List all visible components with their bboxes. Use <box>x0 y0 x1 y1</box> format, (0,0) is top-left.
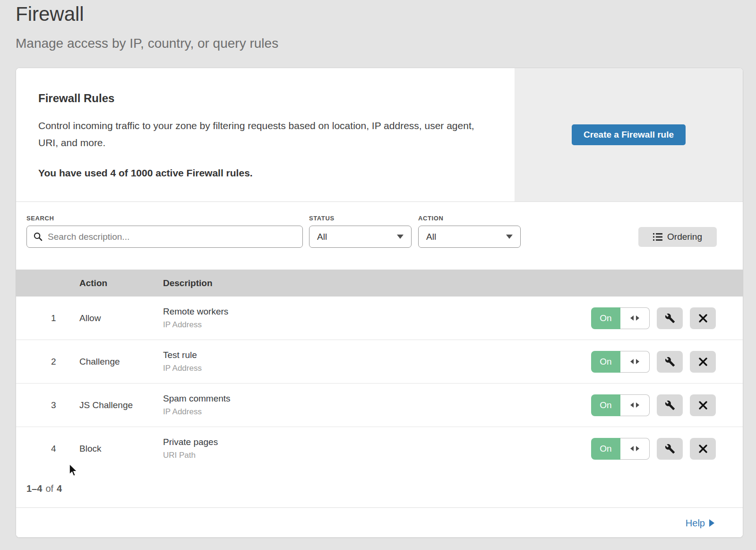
rule-priority: 1 <box>16 313 79 323</box>
help-bar: Help <box>16 508 743 538</box>
toggle-handle[interactable] <box>620 307 650 329</box>
rule-field-type: IP Address <box>163 364 591 373</box>
edit-rule-button[interactable] <box>657 351 683 373</box>
close-icon <box>698 444 708 454</box>
toggle-handle[interactable] <box>620 438 650 460</box>
rule-priority: 4 <box>16 444 79 454</box>
toggle-on-label: On <box>591 351 620 373</box>
search-input[interactable] <box>26 226 303 248</box>
rule-description-title: Spam comments <box>163 393 591 404</box>
drag-arrows-icon <box>630 445 640 452</box>
wrench-icon <box>665 313 675 323</box>
rule-description: Test rule IP Address <box>163 350 591 373</box>
rule-controls: On <box>591 394 716 416</box>
chevron-down-icon <box>397 235 404 239</box>
rule-enabled-toggle[interactable]: On <box>591 351 650 373</box>
intro-section: Firewall Rules Control incoming traffic … <box>16 68 743 202</box>
page-title: Firewall <box>16 3 278 26</box>
rule-priority: 3 <box>16 400 79 410</box>
toggle-on-label: On <box>591 307 620 329</box>
drag-arrows-icon <box>630 402 640 408</box>
create-firewall-rule-button[interactable]: Create a Firewall rule <box>572 124 686 145</box>
rule-field-type: IP Address <box>163 320 591 330</box>
ordering-button[interactable]: Ordering <box>638 227 717 247</box>
action-dropdown-value: All <box>426 232 436 242</box>
pagination-bar: 1–4 of 4 <box>16 470 743 508</box>
close-icon <box>698 357 708 367</box>
edit-rule-button[interactable] <box>657 394 683 416</box>
help-link-label: Help <box>686 518 705 529</box>
create-rule-panel: Create a Firewall rule <box>515 68 743 201</box>
drag-arrows-icon <box>630 315 640 321</box>
rule-controls: On <box>591 438 716 460</box>
toggle-on-label: On <box>591 394 620 416</box>
rule-enabled-toggle[interactable]: On <box>591 394 650 416</box>
rule-priority: 2 <box>16 357 79 367</box>
drag-arrows-icon <box>630 358 640 365</box>
rule-description: Remote workers IP Address <box>163 306 591 330</box>
page-subtitle: Manage access by IP, country, or query r… <box>16 36 278 51</box>
help-link[interactable]: Help <box>686 518 714 529</box>
rule-action: Challenge <box>79 357 163 367</box>
wrench-icon <box>665 444 675 454</box>
delete-rule-button[interactable] <box>690 394 716 416</box>
ordering-button-label: Ordering <box>667 232 702 242</box>
delete-rule-button[interactable] <box>690 438 716 460</box>
rule-action: Block <box>79 444 163 454</box>
rules-list: 1 Allow Remote workers IP Address On <box>16 297 743 471</box>
rule-enabled-toggle[interactable]: On <box>591 307 650 329</box>
rule-controls: On <box>591 351 716 373</box>
rule-description-title: Test rule <box>163 350 591 360</box>
action-label: ACTION <box>418 215 443 222</box>
close-icon <box>698 401 708 410</box>
toggle-handle[interactable] <box>620 394 650 416</box>
action-column-header: Action <box>79 278 163 288</box>
delete-rule-button[interactable] <box>690 307 716 329</box>
usage-summary: You have used 4 of 1000 active Firewall … <box>38 167 486 179</box>
status-label: STATUS <box>309 215 335 222</box>
rule-description-title: Private pages <box>163 437 591 447</box>
page-header: Firewall Manage access by IP, country, o… <box>16 3 278 51</box>
ordering-list-icon <box>653 233 662 241</box>
pagination-of: of <box>45 483 53 494</box>
rule-description-title: Remote workers <box>163 306 591 317</box>
search-icon <box>34 232 43 241</box>
table-header: Action Description <box>16 270 743 297</box>
table-row: 4 Block Private pages URI Path On <box>16 427 743 471</box>
table-row: 2 Challenge Test rule IP Address On <box>16 340 743 384</box>
status-dropdown-value: All <box>317 232 327 242</box>
filters-bar: SEARCH STATUS All ACTION All Ordering <box>16 202 743 270</box>
pagination-range: 1–4 <box>26 483 42 494</box>
chevron-down-icon <box>506 235 513 239</box>
pagination-total: 4 <box>57 483 62 494</box>
edit-rule-button[interactable] <box>657 307 683 329</box>
toggle-on-label: On <box>591 438 620 460</box>
description-column-header: Description <box>163 278 743 288</box>
status-dropdown[interactable]: All <box>309 226 412 248</box>
action-dropdown[interactable]: All <box>418 226 521 248</box>
intro-text-panel: Firewall Rules Control incoming traffic … <box>16 68 515 201</box>
rule-description: Spam comments IP Address <box>163 393 591 417</box>
rule-action: JS Challenge <box>79 400 163 410</box>
table-row: 1 Allow Remote workers IP Address On <box>16 297 743 340</box>
rule-controls: On <box>591 307 716 329</box>
table-row: 3 JS Challenge Spam comments IP Address … <box>16 384 743 427</box>
intro-heading: Firewall Rules <box>38 92 486 105</box>
close-icon <box>698 314 708 323</box>
wrench-icon <box>665 400 675 410</box>
edit-rule-button[interactable] <box>657 438 683 460</box>
rule-field-type: IP Address <box>163 407 591 417</box>
intro-description: Control incoming traffic to your zone by… <box>38 117 486 151</box>
wrench-icon <box>665 357 675 367</box>
delete-rule-button[interactable] <box>690 351 716 373</box>
rule-enabled-toggle[interactable]: On <box>591 438 650 460</box>
rule-description: Private pages URI Path <box>163 437 591 460</box>
chevron-right-icon <box>709 519 714 527</box>
rule-action: Allow <box>79 313 163 323</box>
search-field-wrap <box>26 226 303 248</box>
toggle-handle[interactable] <box>620 351 650 373</box>
search-label: SEARCH <box>26 215 54 222</box>
firewall-card: Firewall Rules Control incoming traffic … <box>16 68 743 538</box>
rule-field-type: URI Path <box>163 451 591 460</box>
